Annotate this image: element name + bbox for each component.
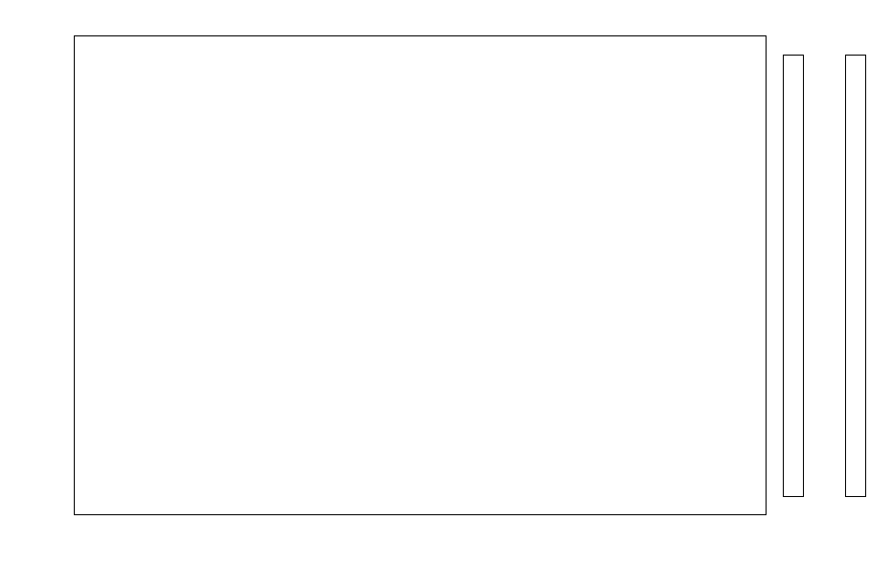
plot-area [74,35,767,515]
colorbar-x [845,55,866,497]
colorbar-o [783,55,804,497]
ionogram-page: { "title": { "main": "Jicamarca 2025 152… [0,0,893,588]
ionogram-canvas [75,36,766,514]
